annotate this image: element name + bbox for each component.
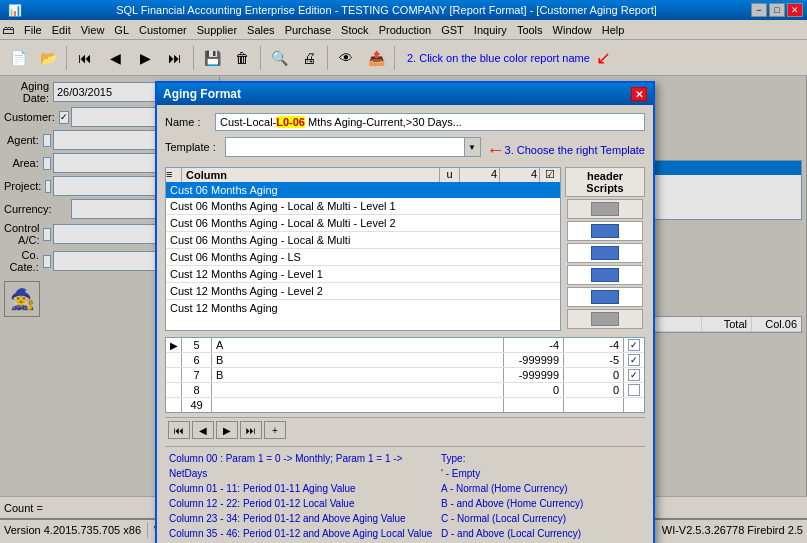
tb-open[interactable]: 📂: [34, 44, 62, 72]
menu-help[interactable]: Help: [598, 23, 629, 37]
menu-supplier[interactable]: Supplier: [193, 23, 241, 37]
grid-row8-col3: 0: [564, 383, 624, 397]
template-item-1[interactable]: Cust 06 Months Aging - Local & Multi - L…: [166, 215, 560, 232]
menu-edit[interactable]: Edit: [48, 23, 75, 37]
type-line-0: Type:: [441, 451, 641, 466]
grid-row6-col0: 6: [182, 353, 212, 367]
info-columns: Column 00 : Param 1 = 0 -> Monthly; Para…: [169, 451, 641, 543]
template-dropdown-button[interactable]: ▼: [465, 137, 481, 157]
menu-stock[interactable]: Stock: [337, 23, 373, 37]
tb-delete[interactable]: 🗑: [228, 44, 256, 72]
tb-preview[interactable]: 👁: [332, 44, 360, 72]
dialog-close-button[interactable]: ✕: [631, 87, 647, 101]
tb-save[interactable]: 💾: [198, 44, 226, 72]
close-button[interactable]: ✕: [787, 3, 803, 17]
grid-row5-expand: ▶: [166, 338, 182, 352]
template-combo: ▼: [225, 137, 481, 157]
title-bar: 📊 SQL Financial Accounting Enterprise Ed…: [0, 0, 807, 20]
col-check: ☑: [540, 168, 560, 182]
menu-file[interactable]: File: [20, 23, 46, 37]
nav-next[interactable]: ▶: [216, 421, 238, 439]
menu-gl[interactable]: GL: [110, 23, 133, 37]
menu-tools[interactable]: Tools: [513, 23, 547, 37]
grid-row6-col2: -999999: [504, 353, 564, 367]
menu-production[interactable]: Production: [375, 23, 436, 37]
name-suffix: Mths Aging-Current,>30 Days...: [305, 116, 462, 128]
template-item-2[interactable]: Cust 06 Months Aging - Local & Multi: [166, 232, 560, 249]
grid-row8-checkbox[interactable]: [628, 384, 640, 396]
grid-row-6: 6 B -999999 -5 ✓: [166, 353, 644, 368]
toolbar-hint: 2. Click on the blue color report name: [407, 52, 590, 64]
tb-end[interactable]: ⏭: [161, 44, 189, 72]
nav-first[interactable]: ⏮: [168, 421, 190, 439]
template-input[interactable]: [225, 137, 465, 157]
template-item-0[interactable]: Cust 06 Months Aging - Local & Multi - L…: [166, 198, 560, 215]
template-row-wrapper: Template : ▼ ← 3. Choose the right Templ…: [165, 137, 645, 163]
tb-new[interactable]: 📄: [4, 44, 32, 72]
template-list: ≡ Column u 4 4 ☑ Cust 06 Months Aging: [165, 167, 561, 331]
menu-gst[interactable]: GST: [437, 23, 468, 37]
script-icon-2: [591, 246, 619, 260]
menu-bar: 🗃 File Edit View GL Customer Supplier Sa…: [0, 20, 807, 40]
template-item-3[interactable]: Cust 06 Months Aging - LS: [166, 249, 560, 266]
template-item-5[interactable]: Cust 12 Months Aging - Level 1: [166, 266, 560, 283]
app-icon: 📊: [4, 4, 22, 17]
tb-prev[interactable]: ◀: [101, 44, 129, 72]
nav-prev[interactable]: ◀: [192, 421, 214, 439]
name-prefix: Cust-Local-: [220, 116, 276, 128]
grid-row5-checkbox[interactable]: ✓: [628, 339, 640, 351]
name-highlight: L0-06: [276, 116, 305, 128]
nav-last[interactable]: ⏭: [240, 421, 262, 439]
grid-rows-area: ▶ 5 A -4 -4 ✓ 6: [165, 337, 645, 413]
template-list-header-row: ≡ Column u 4 4 ☑: [166, 168, 560, 182]
tb-sep2: [193, 46, 194, 70]
script-btn-0: [567, 199, 643, 219]
maximize-button[interactable]: □: [769, 3, 785, 17]
info-line-0: Column 00 : Param 1 = 0 -> Monthly; Para…: [169, 451, 433, 481]
dialog-name-row: Name : Cust-Local-L0-06 Mths Aging-Curre…: [165, 113, 645, 131]
template-item-selected[interactable]: Cust 06 Months Aging: [166, 182, 560, 198]
menu-window[interactable]: Window: [549, 23, 596, 37]
grid-row-49: 49: [166, 398, 644, 412]
grid-row49-col2: [504, 398, 564, 412]
info-left: Column 00 : Param 1 = 0 -> Monthly; Para…: [169, 451, 433, 543]
col-expand: ≡: [166, 168, 182, 182]
hint3-area: ← 3. Choose the right Template: [487, 140, 645, 161]
menu-sales[interactable]: Sales: [243, 23, 279, 37]
info-line-4: Column 35 - 46: Period 01-12 and Above A…: [169, 526, 433, 541]
template-and-scripts: ≡ Column u 4 4 ☑ Cust 06 Months Aging: [165, 167, 645, 331]
dialog-body: Name : Cust-Local-L0-06 Mths Aging-Curre…: [157, 105, 653, 543]
title-bar-buttons: − □ ✕: [751, 3, 803, 17]
script-btn-2[interactable]: [567, 243, 643, 263]
menu-purchase[interactable]: Purchase: [281, 23, 335, 37]
minimize-button[interactable]: −: [751, 3, 767, 17]
grid-row6-checkbox[interactable]: ✓: [628, 354, 640, 366]
script-btn-4[interactable]: [567, 287, 643, 307]
menu-inquiry[interactable]: Inquiry: [470, 23, 511, 37]
script-btn-1[interactable]: [567, 221, 643, 241]
tb-back[interactable]: ⏮: [71, 44, 99, 72]
type-line-3: B - and Above (Home Currency): [441, 496, 641, 511]
grid-row7-check: ✓: [624, 368, 644, 382]
tb-search[interactable]: 🔍: [265, 44, 293, 72]
menu-view[interactable]: View: [77, 23, 109, 37]
grid-row7-checkbox[interactable]: ✓: [628, 369, 640, 381]
template-item-6[interactable]: Cust 12 Months Aging - Level 2: [166, 283, 560, 300]
grid-row-5: ▶ 5 A -4 -4 ✓: [166, 338, 644, 353]
script-icon-4: [591, 290, 619, 304]
dialog-template-label: Template :: [165, 141, 225, 153]
template-item-7[interactable]: Cust 12 Months Aging: [166, 300, 560, 316]
tb-export[interactable]: 📤: [362, 44, 390, 72]
tb-sep3: [260, 46, 261, 70]
template-item-label-selected: Cust 06 Months Aging: [170, 184, 556, 196]
menu-customer[interactable]: Customer: [135, 23, 191, 37]
version-label: Version 4.2015.735.705 x86: [4, 524, 141, 536]
tb-next[interactable]: ▶: [131, 44, 159, 72]
tb-print[interactable]: 🖨: [295, 44, 323, 72]
script-btn-3[interactable]: [567, 265, 643, 285]
nav-plus[interactable]: +: [264, 421, 286, 439]
grid-row5-col0: 5: [182, 338, 212, 352]
grid-row8-col0: 8: [182, 383, 212, 397]
grid-row6-check: ✓: [624, 353, 644, 367]
type-line-4: C - Normal (Local Currency): [441, 511, 641, 526]
